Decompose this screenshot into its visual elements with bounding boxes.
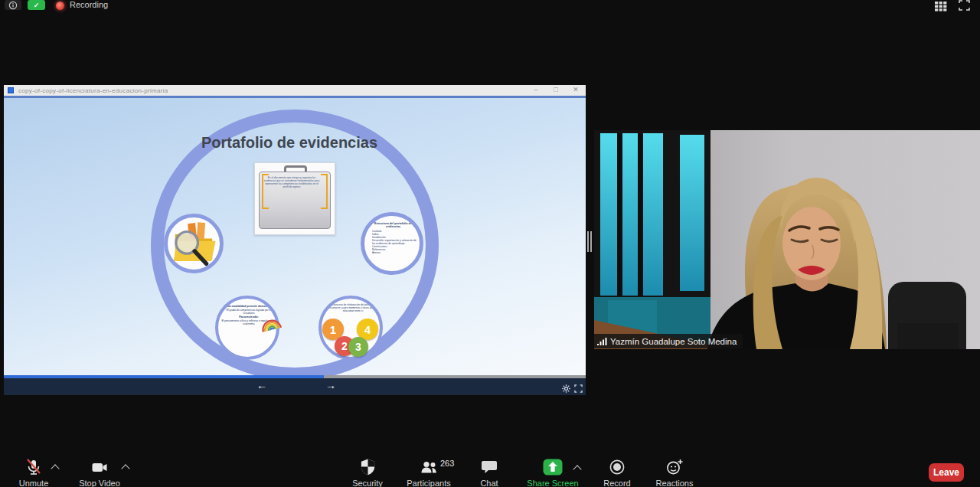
unmute-button[interactable]: Unmute <box>2 458 66 487</box>
presentation-title: Portafolio de evidencias <box>136 134 443 152</box>
meeting-info-button[interactable] <box>5 0 21 10</box>
presentation-nav-bar: ← → <box>4 378 586 395</box>
shared-screen-window: copy-of-copy-of-licenciatura-en-educacio… <box>4 85 586 395</box>
maximize-button[interactable]: □ <box>550 85 562 95</box>
audio-level-icon <box>597 337 607 346</box>
bracket-right <box>321 174 328 209</box>
recording-dot-icon <box>56 2 64 10</box>
minimize-button[interactable]: – <box>530 85 542 95</box>
participants-count: 263 <box>440 459 454 468</box>
folder-magnifier-image <box>168 220 219 267</box>
structure-item: Desarrollo, organización y valoración de… <box>372 239 418 245</box>
participant-name-tag: Yazmín Guadalupe Soto Medina <box>594 334 743 348</box>
next-slide-button[interactable]: → <box>325 379 336 391</box>
structure-item: Anexos <box>372 251 418 254</box>
settings-gear-icon[interactable] <box>562 382 570 396</box>
shield-check-icon: ✓ <box>34 2 40 9</box>
participants-button[interactable]: 263 Participants <box>397 458 461 487</box>
panel-resize-handle[interactable] <box>587 231 592 252</box>
security-label: Security <box>352 479 383 487</box>
briefcase-image: Es el documento que integra y organiza l… <box>254 162 335 235</box>
close-button[interactable]: ✕ <box>570 85 582 95</box>
reactions-label: Reactions <box>656 479 694 487</box>
webcam-scene <box>594 130 980 349</box>
share-screen-label: Share Screen <box>527 479 578 487</box>
security-shield-icon <box>358 458 377 476</box>
window-titlebar[interactable]: copy-of-copy-of-licenciatura-en-educacio… <box>4 85 586 96</box>
camera-icon <box>90 458 109 476</box>
share-screen-icon <box>543 458 563 476</box>
structure-circle: Estructura del portafolio de evidencias … <box>361 212 423 275</box>
participants-icon <box>419 458 439 476</box>
presentation-canvas: Portafolio de evidencias Es el documento… <box>4 96 586 375</box>
prezi-app-icon <box>8 87 14 93</box>
zoom-meeting-window: ✓ Recording copy-of-copy-of-licenciatura… <box>0 0 980 487</box>
chat-bubble-icon <box>479 458 499 476</box>
leave-button[interactable]: Leave <box>929 463 964 482</box>
record-button[interactable]: Record <box>585 458 649 487</box>
briefcase-text: Es el documento que integra y organiza l… <box>263 176 321 188</box>
participants-label: Participants <box>407 479 450 487</box>
info-icon <box>8 1 18 10</box>
content-top-strip <box>4 96 586 98</box>
stop-video-button[interactable]: Stop Video <box>67 458 132 487</box>
structure-title: Estructura del portafolio de evidencias <box>368 221 418 228</box>
recording-label: Recording <box>70 0 108 9</box>
process-text: En el proceso de elaboración del portafo… <box>326 303 380 312</box>
security-button[interactable]: Security <box>335 458 400 487</box>
participant-video[interactable]: Yazmín Guadalupe Soto Medina <box>594 130 980 349</box>
folder-search-circle <box>164 214 224 273</box>
chat-label: Chat <box>480 479 498 487</box>
presentation-fullscreen-icon[interactable] <box>574 382 583 396</box>
record-icon <box>607 458 627 476</box>
encryption-shield-button[interactable]: ✓ <box>28 0 45 10</box>
prev-slide-button[interactable]: ← <box>256 379 267 391</box>
modality-heading: Esta modalidad permite demostrar: <box>221 304 276 308</box>
gallery-view-icon[interactable] <box>935 1 947 15</box>
chat-button[interactable]: Chat <box>457 458 521 487</box>
window-title: copy-of-copy-of-licenciatura-en-educacio… <box>18 87 168 94</box>
record-label: Record <box>603 479 630 487</box>
participant-name: Yazmín Guadalupe Soto Medina <box>610 337 737 346</box>
step-3-badge: 3 <box>348 337 368 357</box>
mic-muted-icon <box>24 458 44 476</box>
unmute-label: Unmute <box>19 479 49 487</box>
reactions-button[interactable]: Reactions <box>642 458 707 487</box>
reactions-smiley-icon <box>665 458 684 476</box>
stop-video-label: Stop Video <box>79 479 120 487</box>
fullscreen-icon[interactable] <box>959 0 970 14</box>
